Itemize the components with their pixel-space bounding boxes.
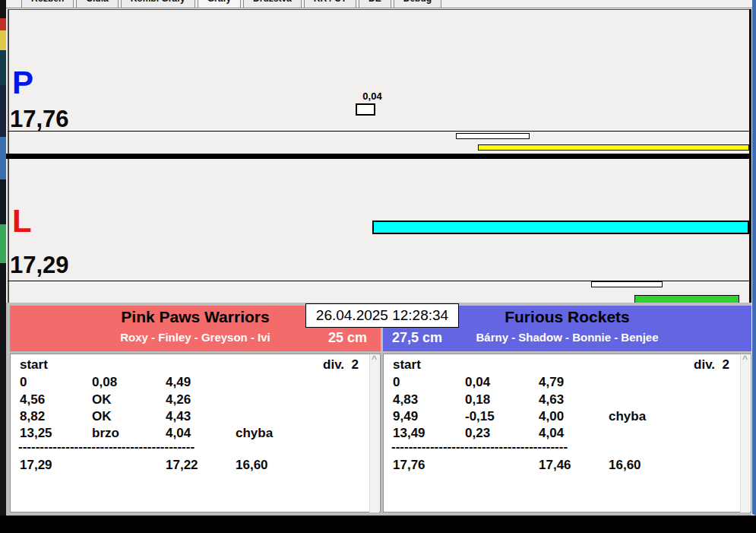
table-row: 4,56 OK 4,26 <box>11 392 380 409</box>
total-time: 17,76 <box>393 458 425 473</box>
cell-cross: 0,08 <box>92 375 117 390</box>
cell-split: 9,49 <box>393 409 418 424</box>
table-row: 0 0,04 4,79 <box>384 375 751 392</box>
cell-dogtime: 4,04 <box>166 426 191 441</box>
cell-cross: -0,15 <box>465 409 495 424</box>
lane-p-marker-box <box>356 103 375 116</box>
cell-cross: 0,18 <box>465 392 490 408</box>
app-window: Rozběh Čidla Kombi Grafy Grafy Družstva … <box>6 0 756 516</box>
tab-strip: Rozběh Čidla Kombi Grafy Grafy Družstva … <box>21 0 444 8</box>
tab-druzstva[interactable]: Družstva <box>243 0 302 8</box>
header-division: div. 2 <box>694 357 729 373</box>
cell-split: 13,49 <box>393 426 425 441</box>
header-division: div. 2 <box>323 357 359 373</box>
table-separator: ----------------------------------------… <box>18 439 195 455</box>
best-time: 16,60 <box>609 458 641 473</box>
cell-dogtime: 4,26 <box>166 392 191 408</box>
best-time: 16,60 <box>236 458 268 473</box>
cell-cross: brzo <box>92 426 119 441</box>
table-row: 9,49 -0,15 4,00 chyba <box>384 409 751 426</box>
cell-cross: OK <box>92 392 112 408</box>
cell-dogtime: 4,79 <box>539 375 564 390</box>
tab-debug[interactable]: Debug <box>394 0 441 8</box>
lane-p-baseline <box>8 131 749 132</box>
clean-time: 17,22 <box>166 458 198 473</box>
table-scrollbar[interactable]: ^ <box>369 355 379 512</box>
cell-cross: 0,04 <box>465 375 490 390</box>
table-row: 0 0,08 4,49 <box>11 375 380 392</box>
table-row: 4,83 0,18 4,63 <box>384 392 751 409</box>
cell-dogtime: 4,43 <box>166 409 191 424</box>
tab-kombi-grafy[interactable]: Kombi Grafy <box>121 0 195 8</box>
team-left-dogs: Roxy - Finley - Greyson - Ivi <box>10 331 381 344</box>
header-start: start <box>20 357 48 373</box>
desktop-background-sliver <box>0 0 6 516</box>
cell-split: 4,56 <box>20 392 45 408</box>
lane-p-time: 17,76 <box>10 107 69 131</box>
lane-p-segment-outline <box>456 133 530 139</box>
tab-de[interactable]: DE <box>359 0 391 8</box>
lane-divider <box>6 154 751 159</box>
cell-dogtime: 4,04 <box>539 426 564 441</box>
team-left-jump-height: 25 cm <box>328 330 367 346</box>
lane-l-bar-cyan <box>372 220 749 234</box>
chart-frame-top <box>8 9 749 10</box>
tabbar-divider <box>6 8 752 8</box>
cell-dogtime: 4,00 <box>539 409 564 424</box>
cell-split: 8,82 <box>20 409 45 424</box>
lane-l-label: L <box>12 205 32 237</box>
team-right-jump-height: 27,5 cm <box>392 330 442 346</box>
tab-bar: Rozběh Čidla Kombi Grafy Grafy Družstva … <box>6 0 752 8</box>
cell-split: 0 <box>393 375 400 390</box>
cell-dogtime: 4,49 <box>166 375 191 390</box>
scroll-up-icon[interactable]: ^ <box>742 354 748 364</box>
table-totals-row: 17,76 17,46 16,60 <box>384 458 751 474</box>
cell-flag: chyba <box>609 409 646 424</box>
lane-l-time: 17,29 <box>10 253 69 277</box>
table-totals-row: 17,29 17,22 16,60 <box>11 458 380 474</box>
lane-p-label: P <box>12 67 33 99</box>
table-row: 8,82 OK 4,43 <box>11 409 380 426</box>
lane-l-segment-outline <box>591 281 663 287</box>
cell-split: 4,83 <box>393 392 418 408</box>
tab-grafy[interactable]: Grafy <box>198 0 241 8</box>
scoreboard-panel: Pink Paws Warriors Roxy - Finley - Greys… <box>6 303 751 516</box>
lane-p-bar-yellow <box>478 144 749 151</box>
tab-kr-ct[interactable]: KR / ČT <box>304 0 356 8</box>
cell-cross: OK <box>92 409 112 424</box>
cell-flag: chyba <box>236 426 273 441</box>
cell-split: 0 <box>20 375 27 390</box>
tab-rozbeh[interactable]: Rozběh <box>21 0 74 8</box>
table-header-row: start div. 2 <box>11 357 380 374</box>
table-header-row: start div. 2 <box>384 357 751 374</box>
table-scrollbar[interactable]: ^ <box>740 355 750 512</box>
cell-dogtime: 4,63 <box>539 392 564 408</box>
team-left-results-table: start div. 2 0 0,08 4,49 4,56 OK 4,26 8,… <box>10 354 381 512</box>
total-time: 17,29 <box>20 458 52 473</box>
scroll-up-icon[interactable]: ^ <box>372 354 377 364</box>
cell-split: 13,25 <box>20 426 52 441</box>
header-start: start <box>393 357 421 373</box>
tab-cidla[interactable]: Čidla <box>76 0 118 8</box>
table-separator: ----------------------------------------… <box>391 439 568 455</box>
run-timestamp: 26.04.2025 12:28:34 <box>305 303 459 328</box>
team-right-results-table: start div. 2 0 0,04 4,79 4,83 0,18 4,63 … <box>383 354 751 512</box>
cell-cross: 0,23 <box>465 426 490 441</box>
lane-p-marker-value: 0,04 <box>350 90 395 102</box>
clean-time: 17,46 <box>539 458 571 473</box>
